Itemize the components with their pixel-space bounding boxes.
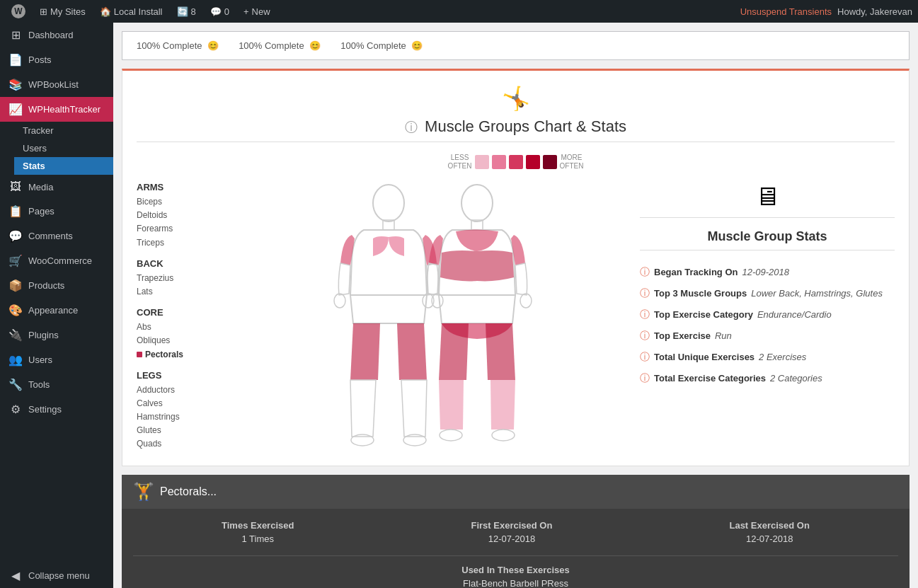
info-icon-2: ⓘ [640,287,650,300]
muscle-stats-col: 🖥 Muscle Group Stats ⓘ Began Tracking On… [640,182,895,389]
sidebar-item-appearance[interactable]: 🎨 Appearance [0,298,113,323]
media-icon: 🖼 [8,180,23,193]
products-icon: 📦 [8,279,23,292]
glutes-item: Glutes [137,424,222,437]
sidebar-item-stats[interactable]: Stats [14,157,113,175]
complete-item-1: 100% Complete 😊 [134,40,219,51]
legend-swatch-4 [526,155,540,169]
muscle-list: ARMS Biceps Deltoids Forearms Triceps BA… [137,182,222,451]
sidebar-item-products[interactable]: 📦 Products [0,273,113,298]
svg-point-2 [334,294,345,308]
stats-label: Stats [23,161,45,171]
sidebar-item-tracker[interactable]: Tracker [14,122,113,139]
sidebar-item-dashboard[interactable]: ⊞ Dashboard [0,23,113,47]
began-tracking-row: ⓘ Began Tracking On 12-09-2018 [640,262,895,283]
forearms-item: Forearms [137,222,222,236]
deltoids-item: Deltoids [137,209,222,222]
tracker-label: Tracker [23,125,54,136]
sidebar-collapse-button[interactable]: ◀ Collapse menu [0,563,113,588]
info-icon-1: ⓘ [640,266,650,279]
comments-button[interactable]: 💬 0 [205,0,235,23]
dashboard-icon: ⊞ [8,28,23,42]
pect-stats-row: Times Exercised 1 Times First Exercised … [133,520,898,544]
legend-less-label: LESSOFTEN [448,154,472,171]
sidebar-item-plugins[interactable]: 🔌 Plugins [0,323,113,347]
sidebar-item-pages-label: Pages [28,206,54,217]
top3-value: Lower Back, Hamstrings, Glutes [751,288,883,299]
admin-bar: W ⊞ My Sites 🏠 Local Install 🔄 8 💬 0 + N… [0,0,918,23]
info-icon-6: ⓘ [640,372,650,385]
appearance-icon: 🎨 [8,304,23,317]
total-unique-value: 2 Exercises [759,352,806,362]
calves-item: Calves [137,397,222,410]
sidebar-item-products-label: Products [28,280,64,291]
svg-point-10 [440,430,462,441]
legend-row: LESSOFTEN MOREOFTEN [137,154,895,171]
unsuspend-transients-link[interactable]: Unsuspend Transients [740,6,832,17]
last-exercised-value: 12-07-2018 [729,534,809,544]
sidebar-item-settings[interactable]: ⚙ Settings [0,397,113,422]
main-content: 100% Complete 😊 100% Complete 😊 100% Com… [113,23,918,588]
first-exercised-label: First Exercised On [471,520,553,531]
updates-button[interactable]: 🔄 8 [171,0,202,23]
stats-col-title: Muscle Group Stats [640,229,895,244]
lats-item: Lats [137,285,222,299]
sidebar-item-wpbooklist[interactable]: 📚 WPBookList [0,72,113,97]
stats-col-header: 🖥 Muscle Group Stats [640,182,895,250]
my-sites-button[interactable]: ⊞ My Sites [34,0,91,23]
my-sites-label: My Sites [50,6,86,17]
users-tracker-label: Users [23,143,47,154]
new-button[interactable]: + New [238,0,276,23]
obliques-item: Obliques [137,334,222,347]
svg-point-9 [520,294,532,308]
local-install-button[interactable]: 🏠 Local Install [94,0,168,23]
sidebar-item-comments-label: Comments [28,231,73,241]
last-exercised-stat: Last Exercised On 12-07-2018 [729,520,809,544]
stats-icon: 🖥 [640,182,895,212]
tools-icon: 🔧 [8,378,23,391]
sidebar-item-users-tracker[interactable]: Users [14,139,113,157]
sidebar-item-woocommerce[interactable]: 🛒 WooCommerce [0,248,113,273]
times-exercised-value: 1 Times [222,534,294,544]
legend-more-label: MOREOFTEN [560,154,584,171]
sidebar-item-dashboard-label: Dashboard [28,30,74,40]
top3-label: Top 3 Muscle Groups [654,288,747,299]
sidebar-item-posts[interactable]: 📄 Posts [0,47,113,72]
sidebar-item-tools[interactable]: 🔧 Tools [0,372,113,397]
sidebar-item-comments[interactable]: 💬 Comments [0,224,113,248]
total-unique-label: Total Unique Exercises [654,352,755,362]
began-label: Began Tracking On [654,267,738,277]
complete-card: 100% Complete 😊 100% Complete 😊 100% Com… [122,31,910,60]
sidebar-item-woocommerce-label: WooCommerce [28,255,92,266]
complete-item-3: 100% Complete 😊 [338,40,423,51]
sidebar-item-pages[interactable]: 📋 Pages [0,199,113,224]
body-area: ARMS Biceps Deltoids Forearms Triceps BA… [137,182,895,451]
legend-swatch-3 [509,155,523,169]
pectorals-body: Times Exercised 1 Times First Exercised … [122,509,910,588]
sidebar-item-media[interactable]: 🖼 Media [0,175,113,199]
complete-label-2: 100% Complete [239,40,306,51]
info-icon-4: ⓘ [640,330,650,342]
comments-count: 0 [224,6,229,17]
body-diagram [236,182,626,451]
used-in-value: Flat-Bench Barbell PRess [133,578,898,588]
sidebar-item-plugins-label: Plugins [28,330,59,340]
muscle-card-title: ⓘ Muscle Groups Chart & Stats [137,117,895,136]
top-cat-label: Top Exercise Category [654,309,753,320]
sidebar-item-users-nav[interactable]: 👥 Users [0,347,113,372]
local-install-label: Local Install [114,6,163,17]
times-exercised-stat: Times Exercised 1 Times [222,520,294,544]
info-icon: ⓘ [405,120,418,134]
updates-icon: 🔄 [177,6,188,17]
sidebar-item-appearance-label: Appearance [28,305,78,316]
pect-exercises: Used In These Exercises Flat-Bench Barbe… [133,565,898,588]
wpbooklist-icon: 📚 [8,78,23,91]
muscle-card-header: 🤸 ⓘ Muscle Groups Chart & Stats [137,85,895,142]
sidebar-item-wphealthtracker[interactable]: 📈 WPHealthTracker [0,97,113,122]
sidebar-item-media-label: Media [28,182,53,192]
total-cat-label: Total Exercise Categories [654,373,766,384]
first-exercised-value: 12-07-2018 [471,534,553,544]
times-exercised-label: Times Exercised [222,520,294,531]
pectorals-icon: 🏋 [133,482,154,502]
wp-logo-button[interactable]: W [6,0,31,23]
